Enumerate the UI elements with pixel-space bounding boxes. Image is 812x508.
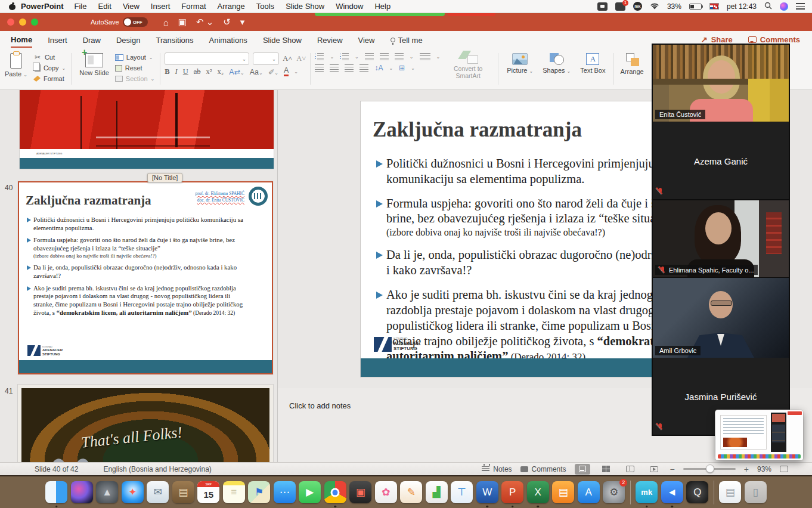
increase-indent-button[interactable]: [380, 53, 389, 60]
align-left-button[interactable]: [315, 64, 324, 72]
dock-books-icon[interactable]: ▤: [552, 481, 574, 503]
menu-app-name[interactable]: PowerPoint: [21, 2, 64, 11]
tab-home[interactable]: Home: [11, 32, 32, 48]
mk-menu-icon[interactable]: mk: [633, 2, 642, 11]
notification-center-icon[interactable]: [796, 3, 805, 10]
bold-button[interactable]: B: [165, 67, 169, 76]
slide-sorter-view-button[interactable]: [599, 464, 614, 475]
dock-facetime-icon[interactable]: ▶: [299, 481, 321, 503]
font-name-select[interactable]: ⌄: [165, 52, 249, 65]
siri-icon[interactable]: [780, 2, 788, 11]
superscript-button[interactable]: x²: [206, 67, 212, 76]
subscript-button[interactable]: x₂: [218, 67, 224, 76]
zoom-percent[interactable]: 93%: [757, 465, 771, 473]
line-spacing-button[interactable]: [395, 53, 404, 60]
dock-siri-icon[interactable]: [71, 481, 93, 503]
strikethrough-button[interactable]: ab: [194, 67, 201, 76]
dock-downloads-icon[interactable]: ▤: [719, 481, 741, 503]
tab-tell-me[interactable]: Tell me: [390, 33, 423, 47]
text-direction-button[interactable]: ↕A: [374, 64, 383, 72]
menu-tools[interactable]: Tools: [256, 2, 274, 11]
arrange-button[interactable]: Arrange: [617, 48, 646, 89]
menu-arrange[interactable]: Arrange: [218, 2, 245, 11]
menu-window[interactable]: Window: [336, 2, 363, 11]
screen-recording-icon[interactable]: [597, 2, 608, 11]
dock-powerpoint-icon[interactable]: P: [501, 481, 523, 503]
font-color-button[interactable]: A: [284, 67, 289, 76]
tab-slide-show[interactable]: Slide Show: [263, 33, 302, 47]
dock-chrome-icon[interactable]: [324, 481, 346, 503]
paste-button[interactable]: Paste ⌄: [2, 52, 30, 86]
notes-placeholder[interactable]: Click to add notes: [289, 401, 351, 410]
menu-format[interactable]: Format: [181, 2, 206, 11]
dock-excel-icon[interactable]: X: [527, 481, 549, 503]
dock-mk-app-icon[interactable]: mk: [636, 481, 658, 503]
change-case-button[interactable]: Aa⌄: [250, 68, 263, 76]
menu-bar-clock[interactable]: pet 12:43: [727, 2, 757, 11]
participant-tile-enita-ustovi[interactable]: Enita Čustović: [653, 45, 789, 122]
picture-button[interactable]: Picture ⌄: [504, 52, 536, 86]
zoom-window-button[interactable]: [31, 18, 38, 26]
dock-calendar-icon[interactable]: SRP15: [197, 481, 219, 503]
save-icon[interactable]: ▣: [178, 17, 187, 27]
zoom-slider-knob[interactable]: [706, 464, 714, 473]
dock-maps-icon[interactable]: ⚑: [248, 481, 270, 503]
dock-contacts-icon[interactable]: ▤: [172, 481, 194, 503]
language-indicator[interactable]: English (Bosnia and Herzegovina): [103, 465, 211, 473]
zoom-in-button[interactable]: +: [744, 464, 749, 474]
autosave-toggle[interactable]: OFF: [123, 17, 148, 27]
menu-edit[interactable]: Edit: [98, 2, 111, 11]
character-spacing-button[interactable]: A⇄⌄: [229, 67, 244, 76]
dock-finder-icon[interactable]: [45, 481, 67, 503]
align-center-button[interactable]: [330, 64, 339, 72]
dock-notes-icon[interactable]: ≡: [223, 481, 245, 503]
highlight-button[interactable]: ✐⌄: [268, 67, 278, 76]
dock-photos-icon[interactable]: ✿: [375, 481, 397, 503]
cut-button[interactable]: ✂Cut: [33, 52, 66, 63]
slide-40-thumbnail[interactable]: Zaključna razmatranja prof. dr. Ehlimana…: [18, 181, 273, 374]
redo-icon[interactable]: ↺: [223, 17, 231, 27]
normal-view-button[interactable]: [575, 464, 590, 475]
menu-view[interactable]: View: [123, 2, 140, 11]
dock-trash-icon[interactable]: ▯: [745, 481, 767, 503]
shared-screen-preview-window[interactable]: [715, 410, 803, 460]
align-text-button[interactable]: ⊞: [399, 64, 405, 72]
dock-mail-icon[interactable]: ✉: [147, 481, 169, 503]
dock-messages-icon[interactable]: ⋯: [274, 481, 296, 503]
wifi-icon[interactable]: [650, 3, 659, 10]
tab-draw[interactable]: Draw: [83, 33, 101, 47]
participant-tile-amil-grbovic[interactable]: Amil Grbovic: [653, 278, 789, 358]
share-button[interactable]: ↗Share: [701, 35, 733, 44]
slide-41-thumbnail[interactable]: That's all Folks!: [18, 385, 273, 462]
close-window-button[interactable]: [7, 18, 14, 26]
menu-insert[interactable]: Insert: [151, 2, 171, 11]
tab-animations[interactable]: Animations: [209, 33, 247, 47]
text-box-button[interactable]: AText Box: [577, 52, 608, 86]
bullets-button[interactable]: [315, 53, 324, 60]
dock-system-preferences-icon[interactable]: ⚙2: [603, 481, 625, 503]
new-slide-button[interactable]: New Slide: [77, 52, 111, 86]
reading-view-button[interactable]: [622, 464, 638, 475]
dock-quicktime-icon[interactable]: Q: [686, 481, 708, 503]
slide-title[interactable]: Zaključna razmatranja: [373, 118, 582, 142]
dock-pages-icon[interactable]: ✎: [400, 481, 422, 503]
dock-word-icon[interactable]: W: [476, 481, 498, 503]
notes-toggle-button[interactable]: Notes: [482, 465, 512, 473]
font-size-select[interactable]: ⌄: [253, 52, 279, 65]
menu-slide-show[interactable]: Slide Show: [286, 2, 324, 11]
comments-toggle-button[interactable]: Comments: [520, 465, 566, 473]
slide-39-thumbnail[interactable]: ADENAUER STIFTUNG: [20, 90, 274, 169]
tab-transitions[interactable]: Transitions: [156, 33, 193, 47]
tab-insert[interactable]: Insert: [48, 33, 67, 47]
layout-button[interactable]: Layout ⌄: [115, 52, 154, 63]
decrease-font-icon[interactable]: A˅: [296, 54, 306, 63]
justify-button[interactable]: [359, 64, 368, 72]
dock-zoom-icon[interactable]: ◄: [661, 481, 683, 503]
dock-launchpad-icon[interactable]: ▲: [96, 481, 118, 503]
copy-button[interactable]: Copy ⌄: [33, 63, 66, 73]
keyboard-layout-flag-icon[interactable]: [709, 3, 719, 10]
columns-button[interactable]: [420, 53, 430, 60]
minimize-window-button[interactable]: [19, 18, 26, 26]
section-button[interactable]: Section ⌄: [115, 73, 154, 84]
convert-to-smartart-button[interactable]: Convert to SmartArt: [441, 48, 495, 89]
